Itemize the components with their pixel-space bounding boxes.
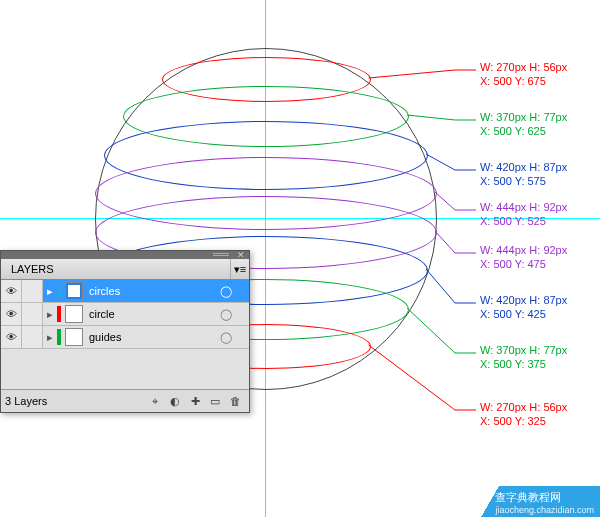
close-icon[interactable]: ✕ (235, 250, 247, 260)
callout-4: W: 444px H: 92px X: 500 Y: 525 (480, 200, 567, 228)
panel-title: LAYERS (7, 261, 58, 277)
new-layer-icon[interactable]: ▭ (205, 392, 225, 410)
target-icon[interactable]: ◯ (213, 331, 239, 344)
callout-1: W: 270px H: 56px X: 500 Y: 675 (480, 60, 567, 88)
layer-color-bar (57, 283, 61, 299)
lock-toggle-icon[interactable] (22, 303, 43, 325)
layer-row-guides[interactable]: 👁▸guides◯ (1, 326, 249, 349)
panel-header: LAYERS ▾≡ (1, 259, 249, 280)
expand-layer-icon[interactable]: ▸ (43, 285, 57, 298)
layer-color-bar (57, 329, 61, 345)
lock-toggle-icon[interactable] (22, 280, 43, 302)
callout-2: W: 370px H: 77px X: 500 Y: 625 (480, 110, 567, 138)
visibility-toggle-icon[interactable]: 👁 (1, 326, 22, 348)
expand-layer-icon[interactable]: ▸ (43, 331, 57, 344)
target-icon[interactable]: ◯ (213, 308, 239, 321)
layer-name[interactable]: circles (87, 285, 213, 297)
callout-8: W: 270px H: 56px X: 500 Y: 325 (480, 400, 567, 428)
panel-flyout-menu-icon[interactable]: ▾≡ (230, 259, 249, 279)
layer-thumbnail (65, 282, 83, 300)
callout-6: W: 420px H: 87px X: 500 Y: 425 (480, 293, 567, 321)
layer-color-bar (57, 306, 61, 322)
locate-object-icon[interactable]: ⌖ (145, 392, 165, 410)
make-clipping-mask-icon[interactable]: ◐ (165, 392, 185, 410)
visibility-toggle-icon[interactable]: 👁 (1, 303, 22, 325)
panel-footer: 3 Layers ⌖ ◐ ✚ ▭ 🗑 (1, 390, 249, 412)
expand-layer-icon[interactable]: ▸ (43, 308, 57, 321)
layer-row-circles[interactable]: 👁▸circles◯ (1, 280, 249, 303)
target-icon[interactable]: ◯ (213, 285, 239, 298)
watermark-text: 查字典教程网 (495, 490, 594, 505)
layers-panel[interactable]: ✕ LAYERS ▾≡ 👁▸circles◯👁▸circle◯👁▸guides◯… (0, 250, 250, 413)
layer-name[interactable]: circle (87, 308, 213, 320)
watermark-url: jiaocheng.chazidian.com (495, 505, 594, 515)
layer-count-label: 3 Layers (5, 395, 145, 407)
callout-5: W: 444px H: 92px X: 500 Y: 475 (480, 243, 567, 271)
delete-layer-icon[interactable]: 🗑 (225, 392, 245, 410)
callout-7: W: 370px H: 77px X: 500 Y: 375 (480, 343, 567, 371)
watermark: 查字典教程网 jiaocheng.chazidian.com (435, 486, 600, 517)
layer-row-circle[interactable]: 👁▸circle◯ (1, 303, 249, 326)
callout-3: W: 420px H: 87px X: 500 Y: 575 (480, 160, 567, 188)
lock-toggle-icon[interactable] (22, 326, 43, 348)
layer-name[interactable]: guides (87, 331, 213, 343)
new-sublayer-icon[interactable]: ✚ (185, 392, 205, 410)
panel-empty-area (1, 349, 249, 390)
visibility-toggle-icon[interactable]: 👁 (1, 280, 22, 302)
layer-thumbnail (65, 328, 83, 346)
layer-thumbnail (65, 305, 83, 323)
panel-drag-bar[interactable]: ✕ (1, 251, 249, 259)
